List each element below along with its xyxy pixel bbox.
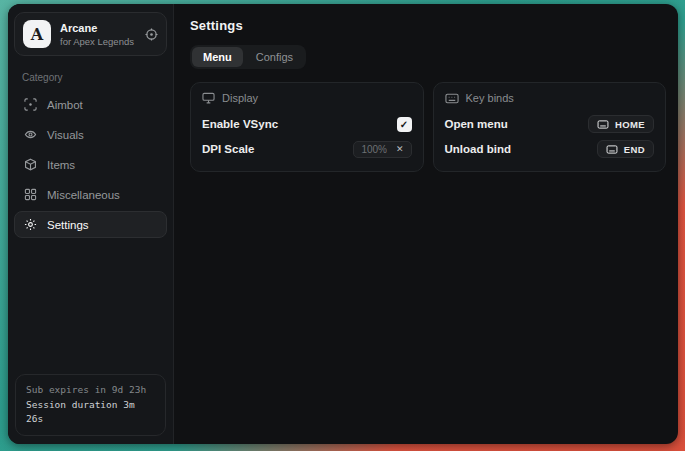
tab-menu[interactable]: Menu (192, 47, 243, 67)
crosshair-scope-icon (23, 98, 37, 111)
setting-row-unload-bind: Unload bind END (445, 137, 655, 161)
setting-row-dpi: DPI Scale 100% ✕ (202, 137, 412, 161)
setting-label: Enable VSync (202, 118, 278, 130)
card-title: Display (222, 92, 258, 104)
setting-label: Unload bind (445, 143, 511, 155)
keyboard-icon (445, 93, 459, 104)
eye-scan-icon (23, 128, 37, 141)
sidebar-item-label: Visuals (47, 129, 84, 141)
page-title: Settings (190, 18, 666, 33)
vsync-checkbox[interactable]: ✓ (397, 117, 412, 132)
sidebar-item-label: Miscellaneous (47, 189, 120, 201)
sidebar-item-label: Settings (47, 219, 89, 231)
check-icon: ✓ (400, 119, 408, 130)
sidebar: A Arcane for Apex Legends Category (8, 4, 174, 444)
keybind-value: END (624, 144, 645, 155)
setting-row-open-menu: Open menu HOME (445, 112, 655, 136)
unload-keybind[interactable]: END (597, 140, 654, 158)
dpi-scale-value: 100% (361, 144, 387, 155)
session-duration-text: Session duration 3m 26s (26, 398, 155, 427)
package-box-icon (23, 158, 37, 171)
sidebar-item-settings[interactable]: Settings (14, 211, 167, 238)
settings-cards: Display Enable VSync ✓ DPI Scale 100% ✕ (190, 82, 666, 172)
tab-bar: Menu Configs (190, 45, 306, 69)
keybinds-card: Key binds Open menu HOME (433, 82, 667, 172)
grid-icon (23, 188, 37, 201)
sidebar-item-visuals[interactable]: Visuals (14, 121, 167, 148)
card-title: Key binds (466, 92, 514, 104)
gear-icon (23, 218, 37, 231)
brand-title: Arcane (60, 22, 134, 34)
crosshair-icon[interactable] (145, 28, 158, 41)
app-window: A Arcane for Apex Legends Category (8, 4, 678, 444)
display-card: Display Enable VSync ✓ DPI Scale 100% ✕ (190, 82, 424, 172)
sub-expiry-text: Sub expires in 9d 23h (26, 383, 155, 398)
sidebar-item-aimbot[interactable]: Aimbot (14, 91, 167, 118)
brand-subtitle: for Apex Legends (60, 36, 134, 47)
sidebar-item-miscellaneous[interactable]: Miscellaneous (14, 181, 167, 208)
sidebar-item-label: Aimbot (47, 99, 83, 111)
dpi-scale-input[interactable]: 100% ✕ (353, 141, 411, 158)
keybind-value: HOME (615, 119, 645, 130)
category-label: Category (22, 72, 159, 83)
sidebar-item-items[interactable]: Items (14, 151, 167, 178)
setting-row-vsync: Enable VSync ✓ (202, 112, 412, 136)
tab-configs[interactable]: Configs (245, 47, 304, 67)
monitor-icon (202, 92, 215, 104)
subscription-info: Sub expires in 9d 23h Session duration 3… (15, 374, 166, 436)
sidebar-nav: Aimbot Visuals Items (8, 91, 173, 238)
brand-logo: A (23, 20, 51, 48)
clear-icon[interactable]: ✕ (396, 144, 404, 154)
open-menu-keybind[interactable]: HOME (588, 115, 654, 133)
main-content: Settings Menu Configs Display E (174, 4, 678, 444)
brand-card: A Arcane for Apex Legends (14, 12, 167, 56)
key-icon (606, 145, 618, 154)
setting-label: Open menu (445, 118, 508, 130)
sidebar-item-label: Items (47, 159, 75, 171)
key-icon (597, 120, 609, 129)
setting-label: DPI Scale (202, 143, 254, 155)
